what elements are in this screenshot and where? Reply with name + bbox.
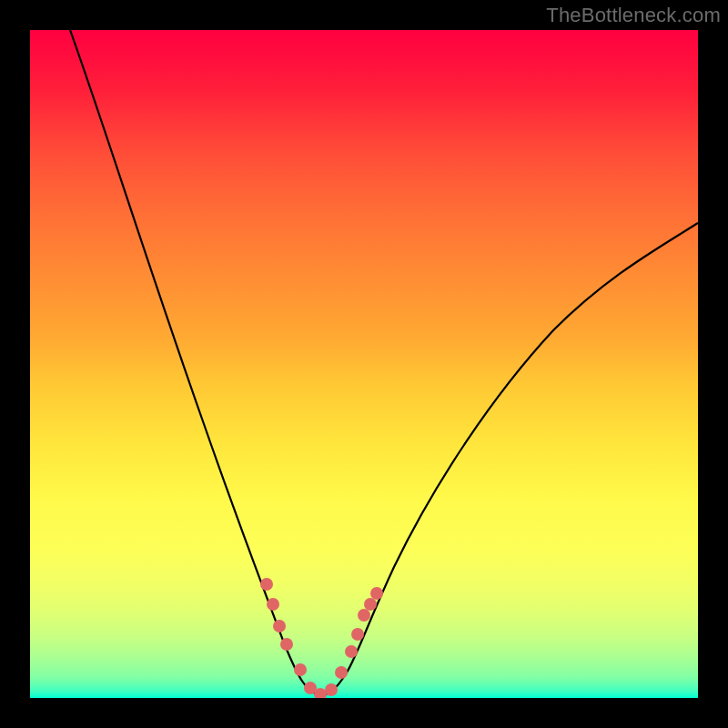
svg-point-12 [364,598,377,611]
svg-point-3 [280,638,293,651]
svg-point-7 [325,683,338,696]
svg-point-10 [351,628,364,641]
svg-point-4 [294,663,307,676]
svg-point-9 [345,645,358,658]
bottleneck-curve-line [70,30,698,695]
svg-point-8 [335,666,348,679]
figure-container: TheBottleneck.com [0,0,728,728]
svg-point-0 [260,578,273,591]
svg-point-2 [273,620,286,632]
min-region-markers [260,578,383,698]
watermark-text: TheBottleneck.com [546,4,721,27]
svg-point-13 [370,587,383,600]
svg-point-11 [358,609,370,622]
chart-svg [30,30,698,698]
svg-point-1 [267,598,279,611]
